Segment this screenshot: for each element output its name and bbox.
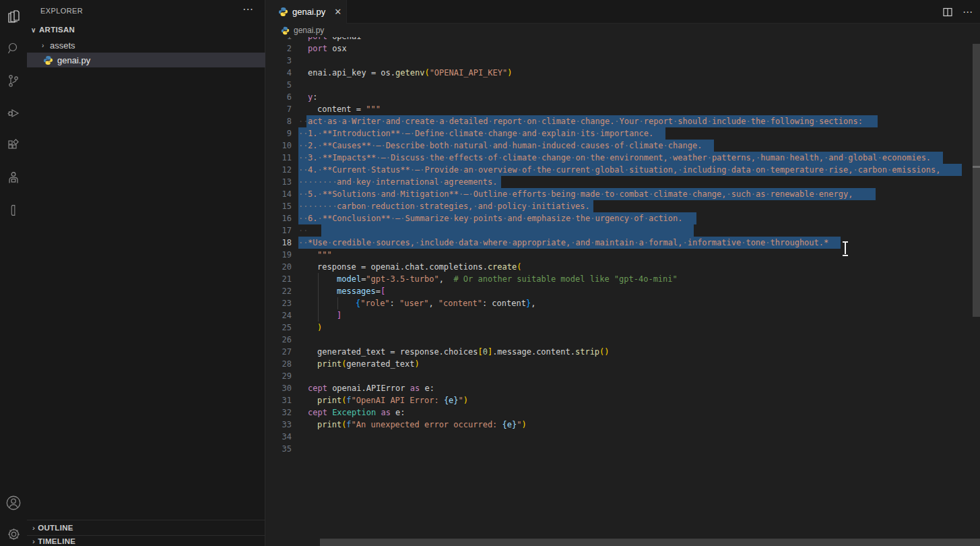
code-text: print(f"OpenAI API Error: {e}") [317, 394, 468, 406]
line-number: 23 [266, 297, 292, 309]
code-text: cept openai.APIError as e: [308, 382, 434, 394]
code-text: generated_text = response.choices[0].mes… [317, 346, 610, 358]
code-line: 7content = """ [266, 103, 980, 115]
code-line: 20response = openai.chat.completions.cre… [266, 261, 980, 273]
code-line: 34 [266, 431, 980, 443]
search-icon[interactable] [0, 35, 27, 62]
code-line: 32cept Exception as e: [266, 406, 980, 419]
line-number: 7 [266, 103, 292, 115]
python-file-icon [43, 55, 53, 65]
code-line: 24] [266, 309, 980, 322]
tab-bar: genai.py ✕ ⋯ [266, 0, 980, 24]
code-line: 23{"role": "user", "content": content}, [266, 297, 980, 309]
ai-assistant-icon[interactable] [0, 164, 27, 191]
whitespace-dots: ·· [298, 224, 308, 237]
python-file-icon [281, 26, 290, 35]
python-file-icon [278, 7, 288, 17]
line-number: 21 [266, 273, 292, 285]
vscode-window: EXPLORER ⋯ ∨ ARTISAN › assets genai.py ›… [0, 0, 980, 546]
outline-section-header[interactable]: › OUTLINE [27, 520, 265, 535]
code-text: print(generated_text) [317, 358, 420, 370]
notebook-icon[interactable] [0, 197, 27, 224]
line-number: 22 [266, 285, 292, 297]
tab-label: genai.py [292, 7, 325, 17]
code-text: ) [317, 322, 322, 334]
indent-guide [318, 309, 319, 322]
line-number: 9 [266, 127, 292, 140]
editor-group: genai.py ✕ ⋯ genai.py 1port openai2port … [266, 0, 980, 546]
code-text: print(f"An unexpected error occurred: {e… [317, 419, 527, 431]
code-line: 33print(f"An unexpected error occurred: … [266, 419, 980, 431]
indent-guide [318, 297, 319, 309]
outline-label: OUTLINE [38, 524, 73, 532]
breadcrumb[interactable]: genai.py [266, 24, 980, 37]
line-number: 3 [266, 55, 292, 67]
line-number: 2 [266, 42, 292, 55]
code-line: 5 [266, 79, 980, 91]
activity-bar [0, 0, 27, 546]
code-line: 9··1.·**Introduction**·—·Define·climate·… [266, 127, 980, 140]
sidebar-item-assets-folder[interactable]: › assets [27, 38, 265, 53]
explorer-more-actions-icon[interactable]: ⋯ [242, 3, 254, 16]
line-number: 25 [266, 322, 292, 334]
settings-gear-icon[interactable] [0, 520, 27, 546]
whitespace-dots: ········ [298, 200, 337, 212]
line-number: 18 [266, 237, 292, 249]
indent-guide [337, 297, 338, 309]
whitespace-dots: ·· [298, 164, 308, 176]
whitespace-dots: ·· [298, 188, 308, 200]
code-text: 1.·**Introduction**·—·Define·climate·cha… [308, 127, 653, 140]
split-editor-icon[interactable] [942, 7, 953, 18]
extensions-icon[interactable] [0, 132, 27, 159]
code-text: """ [317, 249, 332, 261]
line-number: 32 [266, 406, 292, 419]
code-text: port osx [308, 42, 347, 55]
line-number: 34 [266, 431, 292, 443]
code-editor[interactable]: 1port openai2port osx34enai.api_key = os… [266, 37, 980, 546]
code-text: *Use·credible·sources,·include·data·wher… [308, 237, 828, 249]
line-number: 5 [266, 79, 292, 91]
code-line: 30cept openai.APIError as e: [266, 382, 980, 394]
code-line: 16··6.·**Conclusion**·—·Summarize·key·po… [266, 212, 980, 224]
line-number: 4 [266, 67, 292, 79]
line-number: 24 [266, 309, 292, 322]
line-number: 17 [266, 224, 292, 237]
code-line: 22messages=[ [266, 285, 980, 297]
code-line: 2port osx [266, 42, 980, 55]
chevron-right-icon: › [32, 524, 35, 532]
whitespace-dots: ·· [298, 212, 308, 224]
code-text: ] [337, 309, 341, 322]
sidebar-item-genai-file[interactable]: genai.py [27, 53, 265, 67]
code-text: 2.·**Causes**·—·Describe·both·natural·an… [308, 140, 702, 152]
run-and-debug-icon[interactable] [0, 100, 27, 127]
code-line: 4enai.api_key = os.getenv("OPENAI_API_KE… [266, 67, 980, 79]
tab-genai-py[interactable]: genai.py ✕ [266, 0, 347, 24]
line-number: 29 [266, 370, 292, 382]
line-number: 31 [266, 394, 292, 406]
code-line: 21model="gpt-3.5-turbo", # Or another su… [266, 273, 980, 285]
code-text: 4.·**Current·Status**·—·Provide·an·overv… [308, 164, 941, 176]
line-number: 20 [266, 261, 292, 273]
selection-highlight [321, 224, 694, 237]
code-text: and·key·international·agreements. [337, 176, 497, 188]
accounts-icon[interactable] [0, 489, 27, 516]
sidebar-bottom-sections: › OUTLINE › TIMELINE [27, 520, 265, 546]
line-number: 14 [266, 188, 292, 200]
code-text: 5.·**Solutions·and·Mitigation**·—·Outlin… [308, 188, 853, 200]
editor-more-actions-icon[interactable]: ⋯ [962, 6, 973, 18]
code-line: 19""" [266, 249, 980, 261]
source-control-icon[interactable] [0, 67, 27, 94]
line-number: 33 [266, 419, 292, 431]
explorer-icon[interactable] [0, 3, 27, 30]
sidebar-item-project-root[interactable]: ∨ ARTISAN [27, 22, 265, 37]
code-line: 12··4.·**Current·Status**·—·Provide·an·o… [266, 164, 980, 176]
indent-guide [318, 273, 319, 285]
sidebar-explorer: EXPLORER ⋯ ∨ ARTISAN › assets genai.py ›… [27, 0, 265, 546]
timeline-section-header[interactable]: › TIMELINE [27, 535, 265, 546]
tab-close-icon[interactable]: ✕ [332, 6, 344, 18]
code-line: 27generated_text = response.choices[0].m… [266, 346, 980, 358]
line-number: 13 [266, 176, 292, 188]
code-line: 15········carbon·reduction·strategies,·a… [266, 200, 980, 212]
code-text: y: [308, 91, 317, 103]
whitespace-dots: ········ [298, 176, 337, 188]
